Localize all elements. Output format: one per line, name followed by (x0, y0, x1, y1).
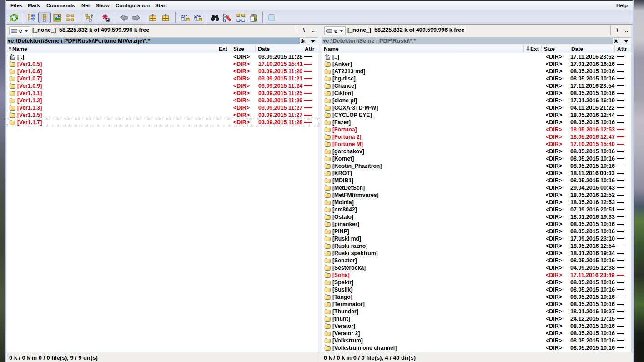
svg-text:URL: URL (194, 14, 201, 17)
svg-text:FTP: FTP (181, 14, 188, 17)
